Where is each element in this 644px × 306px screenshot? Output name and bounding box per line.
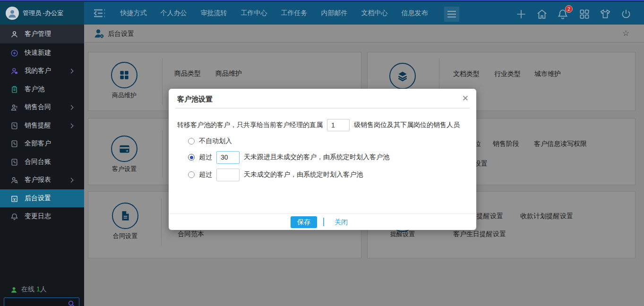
option-no-followup: 超过 天未跟进且未成交的客户，由系统定时划入客户池: [188, 151, 389, 164]
option-suffix: 天未跟进且未成交的客户，由系统定时划入客户池: [244, 153, 389, 162]
apps-grid-icon[interactable]: [578, 8, 591, 20]
sidebar-item-label: 销售提醒: [25, 121, 51, 130]
option-suffix: 天未成交的客户，由系统定时划入客户池: [244, 170, 363, 179]
settings-calendar-icon: [10, 195, 18, 203]
app-window: 管理员 -办公室 快捷方式 个人办公 审批流转 工作中心 工作任务 内部邮件 文…: [0, 0, 644, 306]
person-icon: [10, 30, 18, 38]
online-count: 1: [36, 285, 40, 293]
save-button[interactable]: 保存: [291, 216, 317, 228]
transfer-rule-prefix: 转移客户池的客户，只共享给当前客户经理的直属: [177, 121, 323, 129]
sidebar-item-quick-create[interactable]: 快速新建: [0, 44, 84, 62]
top-navigation: 快捷方式 个人办公 审批流转 工作中心 工作任务 内部邮件 文档中心 信息发布: [120, 2, 428, 25]
radio-no-deal[interactable]: [188, 171, 195, 178]
sidebar-item-sales-reminder[interactable]: 销售提醒: [0, 117, 84, 135]
chevron-right-icon: [69, 105, 74, 110]
online-unit: 人: [40, 285, 47, 293]
days-no-followup-input[interactable]: [216, 151, 240, 164]
avatar: [6, 7, 19, 20]
nav-item-personal-office[interactable]: 个人办公: [160, 9, 187, 17]
sidebar-item-label: 合同台账: [25, 158, 51, 166]
sidebar-item-sales-contract[interactable]: 销售合同: [0, 98, 84, 116]
search-icon[interactable]: [68, 300, 75, 306]
nav-item-work-center[interactable]: 工作中心: [240, 9, 267, 17]
more-menu-icon[interactable]: [444, 7, 459, 22]
level-input[interactable]: [327, 119, 350, 131]
radio-no-auto[interactable]: [188, 138, 195, 144]
person-contract-icon: [10, 103, 18, 111]
sidebar-item-contract-ledger[interactable]: 合同台账: [0, 153, 84, 171]
power-logout-icon[interactable]: [620, 8, 632, 20]
transfer-rule-suffix: 级销售岗位及其下属岗位的销售人员: [354, 121, 460, 129]
shirt-theme-icon[interactable]: [599, 8, 611, 20]
nav-item-work-tasks[interactable]: 工作任务: [281, 9, 308, 17]
sidebar-collapse-icon[interactable]: [93, 8, 107, 19]
sidebar-item-label: 快速新建: [25, 49, 51, 57]
transfer-rule-row: 转移客户池的客户，只共享给当前客户经理的直属 级销售岗位及其下属岗位的销售人员: [177, 119, 460, 131]
chevron-right-icon: [69, 123, 74, 128]
sidebar-item-label: 后台设置: [25, 194, 51, 203]
sidebar-item-change-log[interactable]: 变更日志: [0, 207, 84, 225]
days-no-deal-input[interactable]: [216, 169, 240, 181]
sidebar-item-label: 变更日志: [25, 212, 51, 221]
sidebar-item-label: 客户报表: [25, 176, 51, 184]
sidebar-item-customer-reports[interactable]: 客户报表: [0, 171, 84, 189]
chevron-right-icon: [69, 68, 74, 73]
user-menu[interactable]: 管理员 -办公室: [0, 2, 84, 25]
option-prefix: 超过: [199, 170, 212, 179]
divider: [175, 108, 470, 109]
plus-circle-icon: [10, 49, 18, 57]
nav-item-internal-mail[interactable]: 内部邮件: [321, 9, 348, 17]
phone-book-icon: [10, 158, 18, 166]
sidebar-item-label: 客户池: [25, 85, 44, 94]
sidebar-item-customer-pool[interactable]: 客户池: [0, 80, 84, 98]
home-icon[interactable]: [536, 8, 548, 20]
dialog-title: 客户池设置: [177, 95, 213, 104]
sidebar-item-my-customers[interactable]: 我的客户: [0, 62, 84, 80]
chevron-right-icon: [69, 178, 74, 182]
phone-book-icon: [10, 140, 18, 148]
sidebar-section-customer-management[interactable]: 客户管理: [0, 25, 84, 43]
nav-item-approval-flow[interactable]: 审批流转: [200, 9, 227, 17]
main-content: 后台设置 ☆ 商品维护 商品类型 商品维护 文档类型 行业类型 城市维护: [84, 25, 644, 306]
customer-pool-settings-dialog: 客户池设置 ✕ 转移客户池的客户，只共享给当前客户经理的直属 级销售岗位及其下属…: [169, 89, 476, 230]
notification-badge: 2: [565, 5, 573, 13]
option-no-deal: 超过 天未成交的客户，由系统定时划入客户池: [188, 168, 363, 181]
nav-item-shortcuts[interactable]: 快捷方式: [120, 9, 147, 17]
radio-no-followup[interactable]: [188, 154, 195, 161]
close-icon[interactable]: ✕: [462, 94, 469, 103]
phone-book-icon: [10, 122, 18, 130]
online-status: 在线 1人: [10, 285, 47, 294]
sidebar-item-label: 销售合同: [25, 103, 51, 111]
sidebar-item-label: 我的客户: [25, 67, 51, 75]
option-label: 不自动划入: [199, 137, 232, 145]
clipboard-icon: [10, 85, 18, 94]
nav-item-info-publish[interactable]: 信息发布: [401, 9, 428, 17]
close-button[interactable]: 关闭: [335, 218, 348, 227]
button-separator: [323, 218, 324, 226]
sidebar-item-all-customers[interactable]: 全部客户: [0, 135, 84, 153]
option-no-auto: 不自动划入: [188, 135, 232, 148]
sidebar-search-input[interactable]: [4, 298, 79, 306]
bell-icon: [10, 212, 18, 221]
online-label: 在线: [21, 285, 34, 293]
person-search-icon: [10, 176, 18, 184]
sidebar-item-label: 全部客户: [25, 139, 51, 148]
divider: [169, 213, 476, 214]
sidebar-section-label: 客户管理: [25, 30, 51, 38]
online-person-icon: [10, 286, 17, 293]
option-prefix: 超过: [199, 153, 212, 162]
sidebar-item-backend-settings[interactable]: 后台设置: [0, 189, 84, 207]
sidebar: 客户管理 快速新建 我的客户 客户池 销售合同: [0, 25, 84, 306]
nav-item-document-center[interactable]: 文档中心: [361, 9, 388, 17]
user-name: 管理员 -办公室: [23, 9, 63, 17]
person-icon: [10, 67, 18, 75]
add-icon[interactable]: [515, 8, 527, 20]
top-bar: 管理员 -办公室 快捷方式 个人办公 审批流转 工作中心 工作任务 内部邮件 文…: [0, 2, 644, 25]
